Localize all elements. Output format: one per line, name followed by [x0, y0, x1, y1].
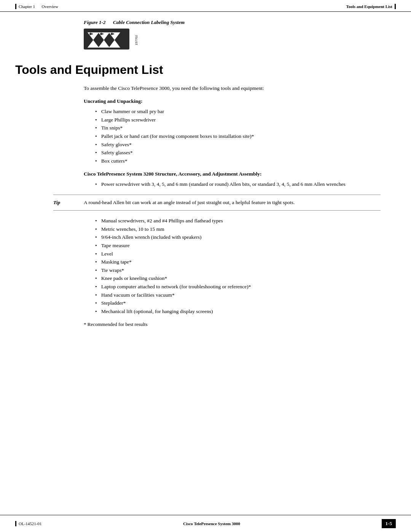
- list-item: Tape measure: [95, 241, 381, 250]
- cable-connection-image: [84, 29, 133, 51]
- list-item: Safety glasses*: [95, 149, 381, 157]
- list-item: Claw hammer or small pry bar: [95, 107, 381, 116]
- section-heading-uncrating: Uncrating and Unpacking:: [84, 98, 381, 104]
- list-item: Tie wraps*: [95, 266, 381, 275]
- uncrating-list: Claw hammer or small pry bar Large Phill…: [95, 107, 381, 165]
- list-item: Level: [95, 250, 381, 258]
- list-item: 9/64-inch Allen wrench (included with sp…: [95, 233, 381, 241]
- tip-content: A round-head Allen bit can work at an an…: [84, 199, 381, 206]
- figure-image-container: 157702: [84, 29, 396, 51]
- figure-section: Figure 1-2 Cable Connection Labeling Sys…: [84, 19, 396, 51]
- figure-caption: Figure 1-2 Cable Connection Labeling Sys…: [84, 19, 396, 26]
- header-bar-left: [15, 4, 16, 9]
- list-item: Safety gloves*: [95, 141, 381, 149]
- svg-point-8: [102, 33, 104, 35]
- page-header: Chapter 1 Overview Tools and Equipment L…: [0, 0, 411, 12]
- list-item: Pallet jack or hand cart (for moving com…: [95, 132, 381, 141]
- figure-label: Figure 1-2: [84, 19, 105, 25]
- intro-text: To assemble the Cisco TelePresence 3000,…: [84, 85, 381, 92]
- list-item: Large Phillips screwdriver: [95, 116, 381, 124]
- list-item: Masking tape*: [95, 258, 381, 266]
- footer-page-number: 1-5: [382, 519, 396, 528]
- list-item: Laptop computer attached to network (for…: [95, 283, 381, 291]
- header-separator: [37, 4, 40, 9]
- list-item: Knee pads or kneeling cushion*: [95, 274, 381, 283]
- footer-bar: [15, 521, 16, 526]
- header-chapter: Chapter 1: [19, 4, 35, 9]
- header-left: Chapter 1 Overview: [15, 4, 58, 9]
- list-item: Power screwdriver with 3, 4, 5, and 6 mm…: [95, 180, 381, 189]
- tip-label: Tip: [53, 199, 84, 206]
- list-item: Manual screwdrivers, #2 and #4 Phillips …: [95, 217, 381, 225]
- header-right: Tools and Equipment List: [346, 4, 396, 9]
- additional-items-list: Manual screwdrivers, #2 and #4 Phillips …: [95, 217, 381, 315]
- list-item: Hand vacuum or facilities vacuum*: [95, 291, 381, 299]
- header-section-title: Tools and Equipment List: [346, 4, 392, 9]
- figure-number: 157702: [135, 35, 138, 45]
- main-content: Figure 1-2 Cable Connection Labeling Sys…: [0, 12, 411, 358]
- header-bar-right: [395, 4, 396, 9]
- list-item: Box cutters*: [95, 157, 381, 165]
- figure-title: Cable Connection Labeling System: [113, 19, 185, 25]
- footer-center: Cisco TelePresence System 3000: [183, 521, 240, 526]
- svg-point-7: [91, 33, 93, 35]
- list-item: Metric wrenches, 10 to 15 mm: [95, 225, 381, 233]
- svg-point-9: [113, 33, 114, 35]
- list-item: Tin snips*: [95, 124, 381, 132]
- list-item: Mechanical lift (optional, for hanging d…: [95, 307, 381, 316]
- section-heading-cisco: Cisco TelePresence System 3200 Structure…: [84, 171, 381, 177]
- page-footer: OL-14521-01 Cisco TelePresence System 30…: [0, 515, 411, 532]
- footer-doc-number: OL-14521-01: [19, 521, 42, 526]
- cisco-list: Power screwdriver with 3, 4, 5, and 6 mm…: [95, 180, 381, 189]
- tip-box: Tip A round-head Allen bit can work at a…: [53, 195, 381, 211]
- header-chapter-title: Overview: [42, 4, 58, 9]
- page-title: Tools and Equipment List: [15, 63, 396, 77]
- footer-left: OL-14521-01: [15, 521, 42, 526]
- list-item: Stepladder*: [95, 299, 381, 307]
- footnote: * Recommended for best results: [84, 321, 381, 328]
